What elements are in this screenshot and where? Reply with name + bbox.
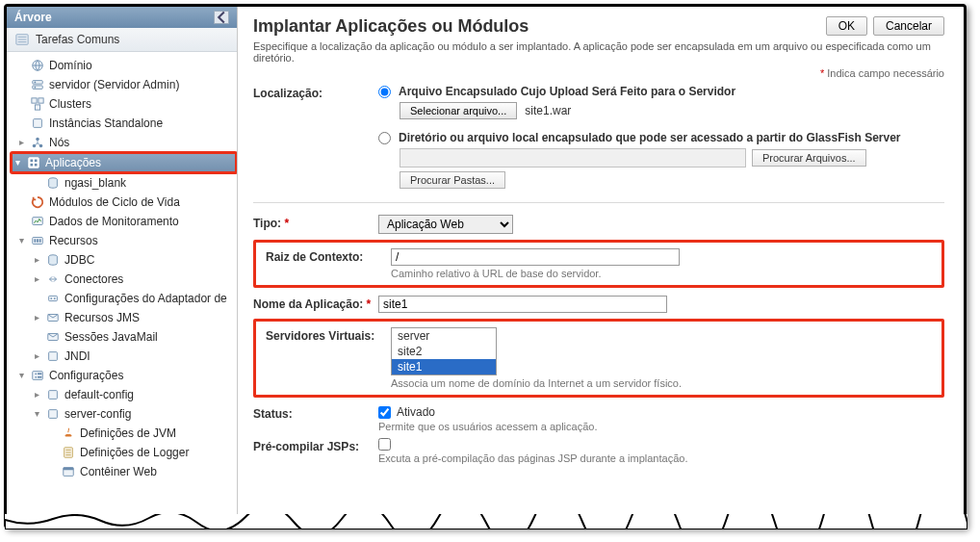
precompile-help: Excuta a pré-compilação das páginas JSP … xyxy=(378,452,944,464)
precompile-checkbox[interactable] xyxy=(378,438,391,451)
tree-item-dominio[interactable]: Domínio xyxy=(11,56,237,75)
tree-item-adapter-config[interactable]: Configurações do Adaptador de xyxy=(11,289,237,308)
tree-item-jndi[interactable]: ▸ JNDI xyxy=(11,347,237,366)
svg-rect-12 xyxy=(34,119,42,128)
tree-item-clusters[interactable]: Clusters xyxy=(11,94,237,114)
svg-rect-9 xyxy=(32,98,37,103)
collapse-icon[interactable]: ▾ xyxy=(16,371,26,380)
tree-label: Domínio xyxy=(49,60,92,71)
apps-icon xyxy=(26,155,41,170)
select-file-button[interactable]: Selecionar arquivo... xyxy=(400,102,517,119)
db-icon xyxy=(45,175,61,191)
tree-label: servidor (Servidor Admin) xyxy=(49,79,179,90)
tree-item-nos[interactable]: ▸ Nós xyxy=(11,133,237,152)
monitor-icon xyxy=(30,214,45,229)
sidebar: Árvore Tarefas Comuns Domínio servidor (… xyxy=(7,7,238,526)
tree-item-default-config[interactable]: ▸ default-config xyxy=(11,385,237,404)
common-tasks-header[interactable]: Tarefas Comuns xyxy=(7,28,237,52)
jms-icon xyxy=(45,310,61,325)
tree-label: Conectores xyxy=(64,273,123,285)
tree-label: Recursos xyxy=(49,235,98,246)
cancel-button[interactable]: Cancelar xyxy=(873,16,944,36)
expand-icon[interactable]: ▸ xyxy=(32,274,41,284)
radio-local[interactable] xyxy=(378,132,391,144)
svg-rect-10 xyxy=(39,98,43,103)
radio-local-label: Diretório ou arquivo local encapsulado q… xyxy=(399,131,901,144)
tree-item-javamail[interactable]: Sessões JavaMail xyxy=(11,327,237,347)
local-path-input[interactable] xyxy=(400,148,746,168)
tree-item-servidor[interactable]: servidor (Servidor Admin) xyxy=(11,75,237,94)
tree-item-logger[interactable]: Definições de Logger xyxy=(11,443,237,462)
context-root-input[interactable] xyxy=(391,248,680,266)
tree-item-web-container[interactable]: Contêiner Web xyxy=(11,462,237,481)
tree-item-monitoring[interactable]: Dados de Monitoramento xyxy=(11,212,237,231)
tree-item-jms[interactable]: ▸ Recursos JMS xyxy=(11,308,237,327)
svg-rect-11 xyxy=(35,105,39,110)
tree-item-instancias[interactable]: Instâncias Standalone xyxy=(11,114,237,133)
browse-files-button[interactable]: Procurar Arquivos... xyxy=(752,149,866,167)
connector-icon xyxy=(45,271,61,287)
tree-label: JNDI xyxy=(64,350,90,362)
type-select[interactable]: Aplicação Web xyxy=(378,215,513,234)
tree-item-recursos[interactable]: ▾ Recursos xyxy=(11,231,237,250)
tree-item-lifecycle[interactable]: Módulos de Ciclo de Vida xyxy=(11,193,237,212)
jndi-icon xyxy=(45,348,61,364)
server-icon xyxy=(30,77,45,92)
highlight-virtual-servers: Servidores Virtuais: server site2 site1 … xyxy=(253,319,944,398)
virtual-servers-help: Associa um nome de domínio da Internet a… xyxy=(391,377,932,389)
expand-icon[interactable]: ▸ xyxy=(16,138,26,147)
tree-label: Clusters xyxy=(49,98,91,110)
tree-label: ngasi_blank xyxy=(64,177,126,189)
tree-item-jvm[interactable]: Definições de JVM xyxy=(11,424,237,443)
tree-label: Módulos de Ciclo de Vida xyxy=(49,196,180,208)
torn-edge xyxy=(5,514,967,529)
listbox-option[interactable]: server xyxy=(392,328,496,344)
svg-point-8 xyxy=(35,87,37,89)
tree-label: Dados de Monitoramento xyxy=(49,216,179,227)
browse-folders-button[interactable]: Procurar Pastas... xyxy=(400,171,505,189)
adapter-icon xyxy=(45,291,61,306)
page-title: Implantar Aplicações ou Módulos xyxy=(253,16,529,37)
svg-rect-6 xyxy=(33,86,43,90)
virtual-servers-listbox[interactable]: server site2 site1 xyxy=(391,327,497,375)
listbox-option[interactable]: site2 xyxy=(392,344,496,359)
svg-rect-24 xyxy=(35,239,37,243)
collapse-sidebar-button[interactable] xyxy=(214,11,229,24)
db-icon xyxy=(45,252,61,268)
page-description: Especifique a localização da aplicação o… xyxy=(253,40,944,64)
mail-icon xyxy=(45,329,61,345)
tree-item-ngasi-blank[interactable]: ngasi_blank xyxy=(11,173,237,193)
cluster-icon xyxy=(30,96,45,112)
status-checkbox[interactable] xyxy=(378,406,391,419)
status-label: Status: xyxy=(253,405,378,421)
ok-button[interactable]: OK xyxy=(826,16,867,36)
tree-label: Aplicações xyxy=(45,157,101,168)
tree-item-server-config[interactable]: ▾ server-config xyxy=(11,404,237,424)
tree-label: Configurações xyxy=(49,370,123,381)
svg-rect-46 xyxy=(64,468,74,471)
virtual-servers-label: Servidores Virtuais: xyxy=(266,327,391,343)
node-icon xyxy=(30,135,45,150)
domain-icon xyxy=(30,58,45,73)
app-name-input[interactable] xyxy=(378,296,667,313)
tree-item-aplicacoes[interactable]: ▾ Aplicações xyxy=(11,152,237,173)
tree-item-jdbc[interactable]: ▸ JDBC xyxy=(11,250,237,270)
expand-icon[interactable]: ▸ xyxy=(32,255,41,265)
highlight-context-root: Raiz de Contexto: Caminho relativo à URL… xyxy=(253,240,944,288)
collapse-icon[interactable]: ▾ xyxy=(32,409,41,419)
svg-rect-16 xyxy=(29,158,39,168)
expand-icon[interactable]: ▸ xyxy=(32,313,41,323)
expand-icon[interactable]: ▾ xyxy=(13,158,22,168)
collapse-icon[interactable]: ▾ xyxy=(16,236,26,245)
tree-label: Definições de Logger xyxy=(80,447,189,458)
expand-icon[interactable]: ▸ xyxy=(32,390,41,400)
sidebar-title: Árvore xyxy=(14,11,52,24)
tree-item-conectores[interactable]: ▸ Conectores xyxy=(11,270,237,289)
logger-icon xyxy=(61,445,76,460)
radio-upload[interactable] xyxy=(378,86,391,98)
tree-item-configuracoes[interactable]: ▾ Configurações xyxy=(11,366,237,385)
instance-icon xyxy=(30,116,45,131)
tree-label: Nós xyxy=(49,137,69,148)
listbox-option-selected[interactable]: site1 xyxy=(392,359,496,374)
expand-icon[interactable]: ▸ xyxy=(32,351,41,361)
